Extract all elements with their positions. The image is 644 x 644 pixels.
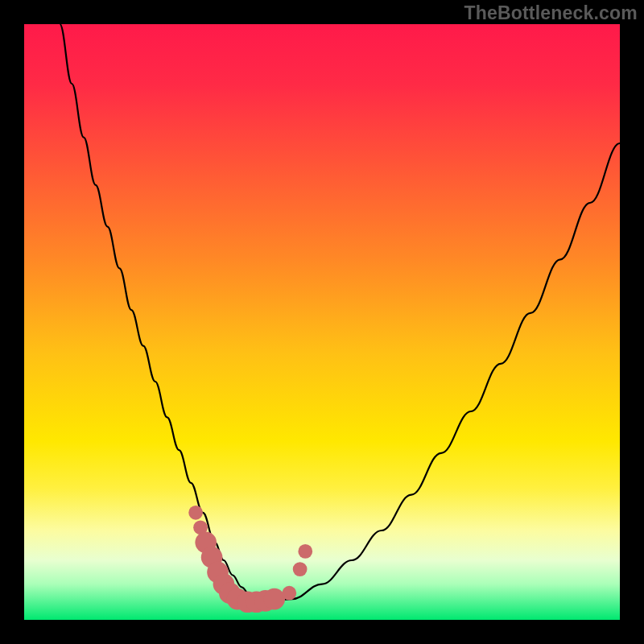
plot-area bbox=[24, 24, 620, 620]
bottleneck-curve bbox=[60, 24, 620, 602]
data-marker bbox=[188, 506, 203, 520]
data-marker bbox=[282, 586, 296, 601]
watermark-label: TheBottleneck.com bbox=[464, 2, 638, 24]
curve-layer bbox=[24, 24, 620, 620]
chart-frame: TheBottleneck.com bbox=[0, 0, 644, 644]
data-marker bbox=[293, 562, 308, 576]
data-marker bbox=[298, 544, 312, 559]
data-marker bbox=[263, 588, 285, 610]
